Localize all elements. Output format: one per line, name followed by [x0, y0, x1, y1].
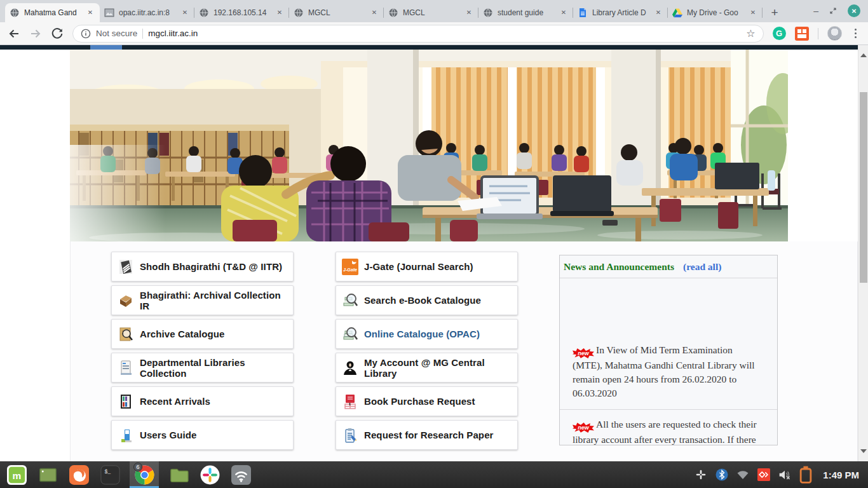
battery-icon[interactable]	[799, 468, 812, 481]
file-manager-launcher-icon[interactable]	[167, 461, 190, 488]
link-recent-arrivals[interactable]: Recent Arrivals	[111, 386, 294, 416]
tab-opac[interactable]: opac.iitr.ac.in:8 ✕	[100, 3, 194, 22]
browser-toolbar: Not secure mgcl.iitr.ac.in ☆ G	[0, 22, 868, 45]
extension-icon[interactable]	[795, 27, 809, 41]
tab-title: Library Article D	[592, 8, 649, 17]
globe-favicon-icon	[294, 8, 304, 18]
scrollbar-down-arrow-icon[interactable]	[860, 449, 867, 456]
link-label: J-Gate (Journal Search)	[364, 261, 473, 272]
tab-mgcl-1[interactable]: MGCL ✕	[289, 3, 384, 22]
tab-ip-address[interactable]: 192.168.105.14 ✕	[194, 3, 289, 22]
tab-close-icon[interactable]: ✕	[369, 8, 379, 18]
tab-close-icon[interactable]: ✕	[653, 8, 663, 18]
news-item: newAll the users are requested to check …	[560, 410, 777, 445]
taskbar-clock[interactable]: 1:49 PM	[823, 470, 859, 480]
link-online-catalogue-opac[interactable]: Online Catalogue (OPAC)	[336, 319, 518, 349]
navbar-active-item[interactable]	[90, 45, 122, 50]
book-display-icon	[118, 393, 134, 410]
chrome-launcher-icon[interactable]: 6	[130, 461, 159, 488]
link-book-purchase[interactable]: Book Purchase Request	[336, 386, 518, 416]
bookmark-star-icon[interactable]: ☆	[746, 27, 755, 39]
read-all-link[interactable]: (read all)	[683, 261, 721, 273]
link-archive-catalogue[interactable]: Archive Catalogue	[111, 319, 294, 349]
quick-links-section: Shodh Bhagirathi (T&D @ IITR) Bhagirathi…	[70, 241, 858, 461]
tab-close-icon[interactable]: ✕	[559, 8, 569, 18]
globe-favicon-icon	[199, 8, 209, 18]
link-jgate[interactable]: J-Gate J-Gate (Journal Search)	[336, 252, 518, 281]
terminal-launcher-icon[interactable]: $_	[98, 461, 121, 488]
link-shodh-bhagirathi[interactable]: Shodh Bhagirathi (T&D @ IITR)	[111, 252, 294, 281]
slack-tray-icon[interactable]	[695, 468, 707, 481]
tab-title: Mahatma Gand	[24, 8, 81, 17]
security-label: Not secure	[96, 29, 137, 38]
new-badge: new	[573, 423, 594, 433]
svg-text:m: m	[12, 470, 21, 480]
tab-title: My Drive - Goo	[687, 8, 743, 17]
url-text[interactable]: mgcl.iitr.ac.in	[148, 29, 198, 38]
library-kiosk-icon	[118, 360, 134, 376]
svg-text:J-Gate: J-Gate	[343, 268, 357, 272]
browser-tab-strip: Mahatma Gand ✕ opac.iitr.ac.in:8 ✕ 192.1…	[0, 0, 868, 22]
link-users-guide[interactable]: Users Guide	[111, 420, 294, 450]
library-photo-banner	[70, 50, 788, 241]
scrollbar-up-arrow-icon[interactable]	[860, 50, 867, 57]
link-label: Shodh Bhagirathi (T&D @ IITR)	[140, 261, 282, 272]
page-scrollbar[interactable]	[858, 45, 868, 461]
close-button[interactable]: ✕	[848, 4, 860, 17]
refresh-button-icon[interactable]	[51, 27, 64, 40]
network-signal-icon[interactable]	[736, 468, 749, 481]
google-drive-favicon-icon	[672, 8, 682, 18]
link-label: Bhagirathi: Archival Collection IR	[140, 290, 287, 311]
forward-button-icon[interactable]	[29, 27, 42, 40]
link-label: Users Guide	[140, 430, 196, 440]
tab-title: student guide	[498, 8, 554, 17]
folder-magnifier-icon	[118, 326, 134, 342]
tab-mahatma-gandhi[interactable]: Mahatma Gand ✕	[5, 3, 100, 22]
quick-links-column-left: Shodh Bhagirathi (T&D @ IITR) Bhagirathi…	[111, 252, 294, 461]
tab-library-article[interactable]: Library Article D ✕	[573, 3, 668, 22]
scrollbar-thumb[interactable]	[860, 92, 867, 283]
link-label: Departmental Libraries Collection	[140, 357, 287, 379]
taskbar-launchers: m $_ 6	[5, 461, 252, 488]
link-my-account[interactable]: My Account @ MG Central Library	[336, 353, 518, 383]
thesis-books-icon	[118, 259, 134, 275]
wifi-settings-launcher-icon[interactable]	[229, 461, 252, 488]
bluetooth-icon[interactable]	[715, 468, 728, 481]
books-magnifier-icon	[342, 326, 358, 342]
tab-close-icon[interactable]: ✕	[464, 8, 474, 18]
svg-text:$_: $_	[104, 468, 111, 474]
tab-student-guide[interactable]: student guide ✕	[478, 3, 573, 22]
globe-favicon-icon	[10, 8, 20, 18]
window-controls: – ✕	[813, 4, 860, 17]
minimize-button[interactable]: –	[813, 4, 818, 17]
info-icon[interactable]	[81, 29, 91, 39]
show-desktop-button[interactable]	[36, 461, 59, 488]
address-bar[interactable]: Not secure mgcl.iitr.ac.in ☆	[72, 25, 764, 43]
link-departmental-libraries[interactable]: Departmental Libraries Collection	[111, 353, 294, 383]
restore-button[interactable]	[829, 7, 837, 15]
anydesk-tray-icon[interactable]	[757, 468, 770, 481]
link-request-research-paper[interactable]: Request for Research Paper	[336, 420, 518, 450]
tab-close-icon[interactable]: ✕	[275, 8, 285, 18]
user-account-icon	[342, 360, 358, 376]
link-bhagirathi-archival[interactable]: Bhagirathi: Archival Collection IR	[111, 285, 294, 315]
grammarly-extension-icon[interactable]: G	[773, 27, 786, 40]
link-label: Recent Arrivals	[140, 396, 210, 407]
tab-my-drive[interactable]: My Drive - Goo ✕	[668, 3, 763, 22]
tab-close-icon[interactable]: ✕	[748, 8, 758, 18]
profile-avatar[interactable]	[827, 26, 842, 41]
tab-close-icon[interactable]: ✕	[180, 8, 190, 18]
browser-menu-icon[interactable]	[851, 29, 861, 39]
new-tab-button[interactable]: +	[765, 3, 784, 22]
volume-muted-icon[interactable]	[778, 468, 791, 481]
firefox-launcher-icon[interactable]	[67, 461, 90, 488]
taskbar: m $_ 6	[0, 461, 868, 488]
tab-mgcl-2[interactable]: MGCL ✕	[384, 3, 478, 22]
mint-menu-button[interactable]: m	[5, 461, 28, 488]
link-label: My Account @ MG Central Library	[364, 357, 512, 379]
back-button-icon[interactable]	[8, 27, 20, 40]
link-search-ebook[interactable]: Search e-Book Catalogue	[336, 285, 518, 315]
tab-close-icon[interactable]: ✕	[85, 8, 95, 18]
slack-launcher-icon[interactable]	[198, 461, 221, 488]
tab-title: 192.168.105.14	[214, 8, 270, 17]
